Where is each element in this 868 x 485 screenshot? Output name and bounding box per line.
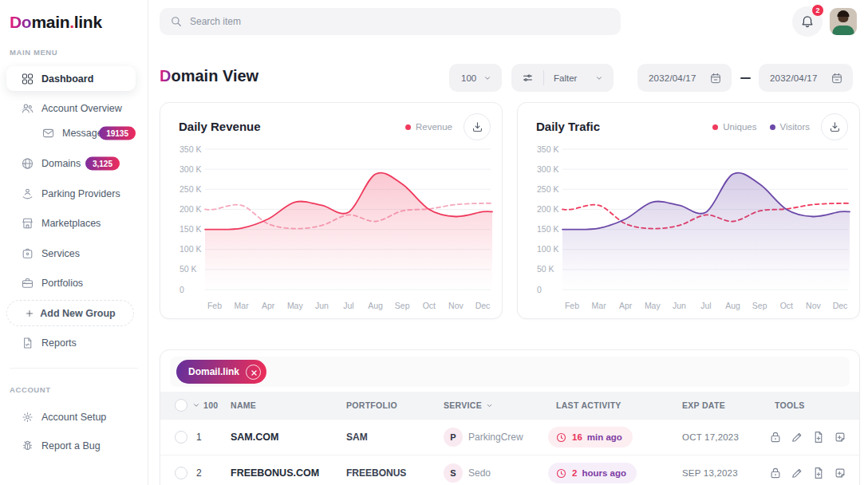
page-title-accent: D	[160, 67, 171, 85]
report-icon	[21, 337, 34, 350]
edit-icon	[790, 466, 804, 480]
service-name: Sedo	[468, 467, 491, 479]
svg-text:Jul: Jul	[343, 301, 353, 310]
column-portfolio[interactable]: PORTFOLIO	[346, 400, 397, 410]
column-service[interactable]: SERVICE	[444, 400, 482, 410]
search-bar	[160, 8, 621, 35]
logo-accent: Do	[10, 13, 31, 31]
sidebar-divider	[10, 368, 138, 369]
file-plus-button[interactable]	[811, 430, 826, 444]
svg-text:May: May	[645, 301, 661, 310]
chevron-down-icon	[595, 74, 603, 82]
domains-count-badge: 3,125	[85, 157, 120, 171]
chevron-down-icon[interactable]	[486, 402, 493, 409]
add-new-group-label: Add New Group	[40, 308, 115, 319]
svg-text:Oct: Oct	[780, 301, 793, 310]
bell-icon	[799, 14, 815, 30]
note-plus-icon	[833, 466, 847, 480]
svg-text:Nov: Nov	[806, 301, 821, 310]
svg-text:100 K: 100 K	[537, 244, 558, 254]
svg-text:200 K: 200 K	[180, 204, 201, 214]
row-checkbox[interactable]	[175, 431, 187, 444]
sidebar-item-services[interactable]: Services	[0, 241, 148, 266]
svg-text:350 K: 350 K	[180, 144, 201, 154]
svg-text:Apr: Apr	[619, 301, 633, 310]
notifications-button[interactable]: 2	[792, 6, 823, 37]
svg-text:Feb: Feb	[565, 301, 579, 310]
chevron-down-icon	[21, 160, 29, 168]
legend-dot-icon	[405, 124, 411, 130]
brand-logo[interactable]: Domain.link	[10, 13, 102, 32]
search-icon	[169, 14, 183, 29]
svg-text:100 K: 100 K	[180, 244, 201, 254]
plus-icon	[25, 309, 34, 318]
download-chart-button[interactable]	[821, 113, 848, 140]
sidebar-item-account-overview[interactable]: Account Overview	[0, 96, 148, 121]
search-input[interactable]	[190, 8, 605, 35]
sidebar-item-label: Parking Providers	[41, 188, 120, 199]
table-row[interactable]: 1 SAM.COM SAM P ParkingCrew 16 min ago O…	[160, 419, 859, 455]
add-new-group-button[interactable]: Add New Group	[6, 300, 134, 326]
sidebar-item-messages[interactable]: Messages 19135	[0, 120, 148, 146]
svg-text:250 K: 250 K	[537, 184, 558, 194]
sidebar-item-label: Report a Bug	[41, 440, 101, 451]
note-plus-button[interactable]	[833, 430, 847, 444]
svg-text:Aug: Aug	[368, 301, 383, 310]
sidebar-item-portfolios[interactable]: Portfolios	[0, 270, 148, 296]
svg-text:200 K: 200 K	[537, 204, 558, 214]
column-exp-date[interactable]: EXP DATE	[682, 400, 725, 410]
svg-text:Dec: Dec	[475, 301, 491, 310]
table-row[interactable]: 2 FREEBONUS.COM FREEBONUS S Sedo 2 hours…	[160, 455, 859, 485]
sidebar-item-dashboard[interactable]: Dashboard	[6, 66, 136, 91]
column-tools: TOOLS	[775, 400, 804, 410]
sidebar-item-report-a-bug[interactable]: Report a Bug	[0, 433, 148, 459]
filter-tag-strip: Domail.link	[170, 357, 850, 387]
clock-icon	[555, 467, 567, 479]
row-checkbox[interactable]	[175, 467, 187, 479]
sidebar-item-reports[interactable]: Reports	[0, 330, 148, 356]
note-plus-button[interactable]	[833, 466, 847, 480]
column-name[interactable]: NAME	[231, 400, 256, 410]
sidebar-item-label: Reports	[41, 337, 77, 349]
file-plus-button[interactable]	[811, 466, 826, 480]
select-all-checkbox[interactable]	[175, 399, 187, 412]
sidebar-item-label: Marketplaces	[41, 218, 101, 229]
svg-text:Sep: Sep	[752, 301, 767, 310]
sidebar-item-domains[interactable]: Domains 3,125	[0, 151, 148, 176]
sidebar-item-label: Portfolios	[41, 278, 83, 289]
svg-text:0: 0	[180, 285, 184, 294]
column-count[interactable]: 100	[203, 400, 218, 410]
lock-button[interactable]	[768, 466, 783, 480]
page-size-value: 100	[461, 73, 476, 83]
edit-button[interactable]	[790, 430, 804, 444]
avatar-hair	[838, 10, 850, 17]
avatar[interactable]	[830, 8, 857, 35]
download-chart-button[interactable]	[464, 113, 491, 140]
parking-hand-icon	[21, 187, 34, 201]
exp-date: SEP 13,2023	[682, 468, 738, 478]
sidebar-item-account-setup[interactable]: Account Setup	[0, 404, 148, 430]
column-last-activity[interactable]: LAST ACTIVITY	[556, 400, 621, 410]
date-from-value: 2032/04/17	[649, 73, 696, 83]
lock-button[interactable]	[768, 430, 783, 444]
filter-divider	[543, 70, 544, 85]
domain-name: SAM.COM	[231, 432, 278, 443]
sidebar-item-marketplaces[interactable]: Marketplaces	[0, 211, 148, 236]
date-from-picker[interactable]: 2032/04/17	[637, 64, 732, 92]
filter-tag-label: Domail.link	[188, 366, 239, 377]
filter-tag[interactable]: Domail.link	[176, 360, 266, 384]
date-to-picker[interactable]: 2032/04/17	[759, 64, 853, 92]
daily-trafic-chart: 350 K300 K250 K200 K150 K100 K50 K0FebMa…	[518, 138, 861, 318]
svg-text:Sep: Sep	[395, 301, 410, 310]
edit-button[interactable]	[790, 466, 804, 480]
sidebar-item-parking-providers[interactable]: Parking Providers	[0, 181, 148, 207]
remove-tag-button[interactable]	[246, 365, 261, 380]
filter-select[interactable]: Falter	[511, 64, 614, 92]
chevron-down-icon	[483, 74, 491, 82]
row-number: 2	[196, 467, 202, 479]
sort-chevron-icon[interactable]	[192, 401, 200, 409]
page-size-select[interactable]: 100	[449, 64, 502, 92]
messages-count-badge: 19135	[99, 127, 136, 140]
svg-text:150 K: 150 K	[180, 224, 201, 234]
svg-text:50 K: 50 K	[180, 264, 197, 274]
